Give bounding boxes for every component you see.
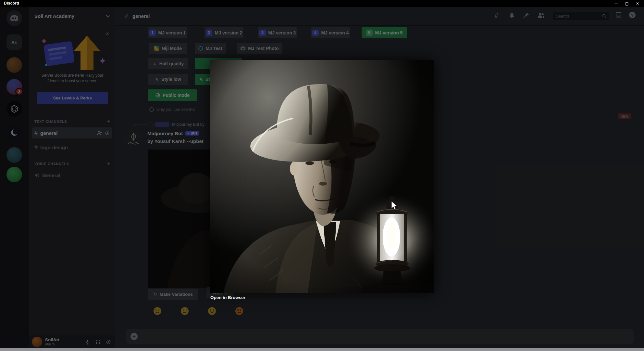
maximize-button[interactable]: ▢ — [622, 0, 631, 7]
title-bar: Discord ─ ▢ ✕ — [0, 0, 644, 7]
app-title: Discord — [4, 1, 19, 6]
open-in-browser-link[interactable]: Open in Browser — [210, 295, 245, 300]
mouse-cursor — [391, 201, 398, 211]
minimize-button[interactable]: ─ — [612, 0, 621, 7]
portrait-image[interactable] — [210, 60, 434, 293]
window-bottom-edge — [0, 348, 644, 351]
discord-window: Discord ─ ▢ ✕ As 2 Soli Art Academy ✕ Se… — [0, 0, 644, 351]
close-button[interactable]: ✕ — [633, 0, 642, 7]
